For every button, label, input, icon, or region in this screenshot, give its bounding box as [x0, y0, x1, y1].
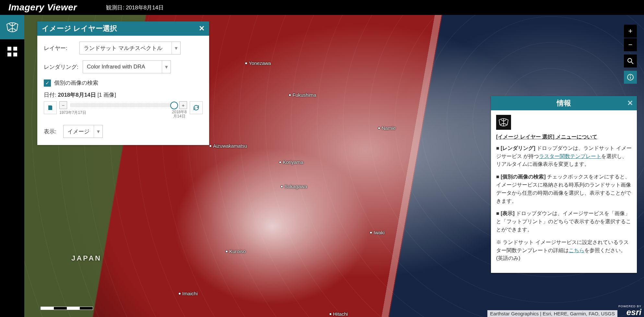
globe-panel-icon [6, 22, 19, 33]
info-button[interactable] [624, 71, 637, 84]
refresh-icon [193, 104, 199, 111]
layer-panel-title: イメージ レイヤー選択 [42, 24, 117, 33]
info-paragraph-rendering: ■ [レンダリング] ドロップダウンは、ランドサット イメージサービス が持つラ… [496, 144, 632, 168]
city-hitachi: Hitachi [329, 311, 348, 317]
search-button[interactable] [624, 55, 637, 67]
city-koriyama: Koriyama [279, 159, 303, 165]
info-icon [627, 74, 634, 81]
bookmark-icon [47, 105, 53, 111]
refresh-button[interactable] [190, 101, 203, 114]
info-panel-header: 情報 ✕ [491, 96, 637, 110]
info-layer-icon [496, 115, 511, 130]
basemap-tool-button[interactable] [0, 39, 24, 64]
map-tools: + − [624, 25, 637, 84]
slider-end-label: 2018年8月14日 [172, 110, 187, 118]
zoom-out-button[interactable]: − [624, 38, 637, 51]
slider-start-label: 1973年7月17日 [59, 110, 86, 118]
map-view[interactable]: JAPAN Yonezawa Fukushima Namie Aizuwakam… [24, 15, 644, 317]
svg-point-4 [630, 76, 631, 76]
header-bar: Imagery Viewer 観測日: 2018年8月14日 [0, 0, 644, 15]
individual-search-checkbox[interactable]: ✓ [44, 79, 51, 87]
raster-template-link[interactable]: ラスター関数テンプレート [539, 153, 601, 159]
date-display: 日付: 2018年8月14日 [1 画像] [44, 91, 203, 99]
layer-label: レイヤー: [44, 44, 79, 52]
globe-panel-icon [498, 118, 509, 127]
time-slider[interactable] [70, 103, 176, 107]
slider-decrement-button[interactable]: − [59, 101, 67, 109]
layer-panel-header: イメージ レイヤー選択 ✕ [37, 21, 209, 36]
svg-point-0 [628, 58, 632, 62]
info-paragraph-note: ※ ランドサット イメージサービスに設定されているラスター関数テンプレートの詳細… [496, 238, 632, 262]
layer-tool-button[interactable] [0, 15, 24, 39]
search-icon [627, 58, 634, 64]
sidebar [0, 15, 24, 317]
grid-icon [7, 47, 17, 56]
city-sukagawa: Sukagawa [280, 184, 307, 189]
city-iwaki: Iwaki [370, 230, 385, 235]
city-namie: Namie [378, 125, 396, 131]
info-panel: 情報 ✕ [イメージ レイヤー 選択] メニューについて ■ [レンダリング] … [491, 96, 637, 273]
info-paragraph-search: ■ [個別の画像の検索] チェックボックスをオンにすると、イメージサービスに格納… [496, 173, 632, 205]
info-paragraph-display: ■ [表示] ドロップダウンは、イメージサービスを「画像」と「フットプリント」の… [496, 210, 632, 234]
city-imaichi: Imaichi [178, 291, 198, 296]
details-link[interactable]: こちら [569, 248, 584, 253]
chevron-down-icon[interactable]: ▾ [172, 42, 180, 54]
close-icon[interactable]: ✕ [627, 99, 633, 107]
layer-selection-panel: イメージ レイヤー選択 ✕ レイヤー: ランドサット マルチスペクトル ▾ レン… [37, 21, 209, 145]
close-icon[interactable]: ✕ [199, 24, 205, 33]
slider-increment-button[interactable]: + [179, 101, 187, 109]
display-label: 表示: [44, 128, 63, 135]
layer-select[interactable]: ランドサット マルチスペクトル ▾ [79, 42, 181, 55]
attribution-text: Earthstar Geographics | Esri, HERE, Garm… [487, 310, 617, 317]
city-yonezawa: Yonezawa [245, 60, 271, 66]
rendering-select[interactable]: Color Infrared with DRA ▾ [83, 60, 171, 73]
country-label-japan: JAPAN [71, 254, 101, 262]
city-fukushima: Fukushima [289, 92, 316, 98]
observation-date: 観測日: 2018年8月14日 [106, 4, 164, 11]
rendering-label: レンダリング: [44, 63, 83, 71]
info-heading: [イメージ レイヤー 選択] メニューについて [496, 133, 632, 141]
app-title: Imagery Viewer [8, 2, 77, 13]
esri-logo: POWERED BY esri [618, 305, 641, 316]
display-select[interactable]: イメージ ▾ [63, 125, 103, 138]
chevron-down-icon[interactable]: ▾ [162, 61, 171, 73]
info-panel-title: 情報 [557, 98, 571, 108]
scale-bar [41, 307, 93, 310]
city-aizu: Aizuwakamatsu [209, 143, 247, 149]
slider-thumb[interactable] [170, 102, 178, 109]
zoom-in-button[interactable]: + [624, 25, 637, 38]
chevron-down-icon[interactable]: ▾ [94, 125, 102, 138]
save-bookmark-button[interactable] [44, 101, 57, 114]
svg-line-1 [631, 62, 633, 64]
city-kuroiso: Kuroiso [225, 249, 246, 254]
individual-search-label: 個別の画像の検索 [54, 79, 98, 87]
